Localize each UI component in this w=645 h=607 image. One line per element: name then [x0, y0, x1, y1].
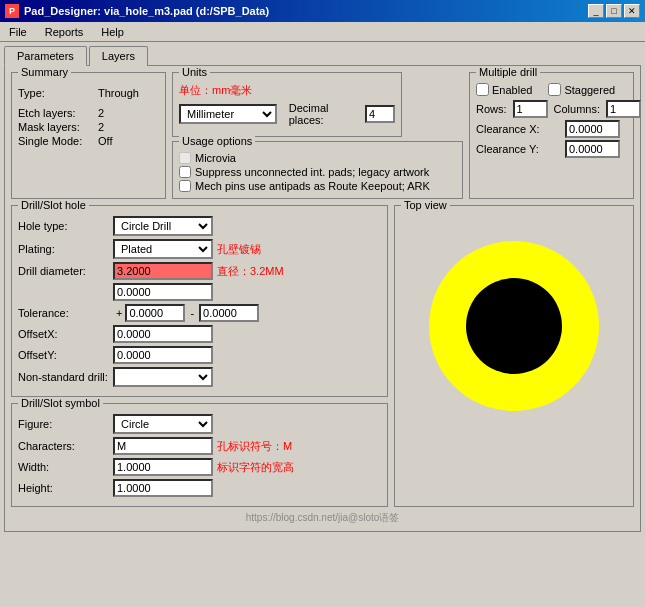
window-title: Pad_Designer: via_hole_m3.pad (d:/SPB_Da…: [24, 5, 269, 17]
tab-bar: Parameters Layers: [4, 46, 641, 66]
drill-dia-label: Drill diameter:: [18, 265, 113, 277]
etch-value: 2: [98, 107, 104, 119]
width-annotation: 标识字符的宽高: [217, 460, 294, 475]
plating-annotation: 孔壁镀锡: [217, 242, 261, 257]
units-title: Units: [179, 66, 210, 78]
menu-file[interactable]: File: [5, 25, 31, 39]
tolerance-neg-input[interactable]: [199, 304, 259, 322]
hole-type-select[interactable]: Circle Drill: [113, 216, 213, 236]
rows-input[interactable]: [513, 100, 548, 118]
secondary-dia-input[interactable]: [113, 283, 213, 301]
width-label: Width:: [18, 461, 113, 473]
mask-label: Mask layers:: [18, 121, 98, 133]
offset-y-label: OffsetY:: [18, 349, 113, 361]
menu-help[interactable]: Help: [97, 25, 128, 39]
figure-label: Figure:: [18, 418, 113, 430]
non-std-label: Non-standard drill:: [18, 371, 113, 383]
multiple-drill-title: Multiple drill: [476, 66, 540, 78]
hole-type-label: Hole type:: [18, 220, 113, 232]
menu-reports[interactable]: Reports: [41, 25, 88, 39]
single-value: Off: [98, 135, 112, 147]
top-view-title: Top view: [401, 199, 450, 211]
drill-symbol-group: Drill/Slot symbol Figure: Circle Charact…: [11, 403, 388, 507]
drill-slot-group: Drill/Slot hole Hole type: Circle Drill …: [11, 205, 388, 397]
clearance-y-input[interactable]: [565, 140, 620, 158]
tab-layers[interactable]: Layers: [89, 46, 148, 66]
etch-label: Etch layers:: [18, 107, 98, 119]
tolerance-label: Tolerance:: [18, 307, 113, 319]
offset-x-label: OffsetX:: [18, 328, 113, 340]
clearance-y-label: Clearance Y:: [476, 143, 561, 155]
pad-svg: [414, 226, 614, 426]
rows-label: Rows:: [476, 103, 507, 115]
suppress-checkbox[interactable]: [179, 166, 191, 178]
drill-dia-annotation: 直径：3.2MM: [217, 264, 284, 279]
decimal-input[interactable]: [365, 105, 395, 123]
close-button[interactable]: ✕: [624, 4, 640, 18]
height-input[interactable]: [113, 479, 213, 497]
units-group: Units 单位：mm毫米 Millimeter Decimal places:: [172, 72, 402, 137]
width-input[interactable]: [113, 458, 213, 476]
plating-label: Plating:: [18, 243, 113, 255]
type-value: Through: [98, 87, 139, 99]
tolerance-plus: +: [116, 307, 122, 319]
usage-options-title: Usage options: [179, 135, 255, 147]
height-label: Height:: [18, 482, 113, 494]
maximize-button[interactable]: □: [606, 4, 622, 18]
characters-input[interactable]: [113, 437, 213, 455]
offset-y-input[interactable]: [113, 346, 213, 364]
suppress-label: Suppress unconnected int. pads; legacy a…: [195, 166, 429, 178]
cols-label: Columns:: [554, 103, 600, 115]
main-window: Parameters Layers Summary Type: Through …: [0, 42, 645, 536]
drill-slot-title: Drill/Slot hole: [18, 199, 89, 211]
single-label: Single Mode:: [18, 135, 98, 147]
menu-bar: File Reports Help: [0, 22, 645, 42]
enabled-checkbox[interactable]: [476, 83, 489, 96]
mech-checkbox[interactable]: [179, 180, 191, 192]
pad-preview: [414, 226, 614, 426]
clearance-x-label: Clearance X:: [476, 123, 561, 135]
microvia-label: Microvia: [195, 152, 236, 164]
characters-annotation: 孔标识符号：M: [217, 439, 292, 454]
app-icon: P: [5, 4, 19, 18]
type-label: Type:: [18, 87, 98, 99]
characters-label: Characters:: [18, 440, 113, 452]
tolerance-pos-input[interactable]: [125, 304, 185, 322]
enabled-label: Enabled: [492, 84, 532, 96]
mask-value: 2: [98, 121, 104, 133]
staggered-checkbox[interactable]: [548, 83, 561, 96]
minimize-button[interactable]: _: [588, 4, 604, 18]
microvia-checkbox[interactable]: [179, 152, 191, 164]
mech-label: Mech pins use antipads as Route Keepout;…: [195, 180, 430, 192]
content-area: Summary Type: Through Etch layers: 2 Mas…: [4, 65, 641, 532]
units-annotation: 单位：mm毫米: [179, 83, 252, 98]
drill-dia-input[interactable]: [113, 262, 213, 280]
usage-options-group: Usage options Microvia Suppress unconnec…: [172, 141, 463, 199]
top-view-group: Top view: [394, 205, 634, 507]
watermark: https://blog.csdn.net/jia@sloto语签: [11, 511, 634, 525]
offset-x-input[interactable]: [113, 325, 213, 343]
figure-select[interactable]: Circle: [113, 414, 213, 434]
decimal-label: Decimal places:: [289, 102, 357, 126]
summary-title: Summary: [18, 66, 71, 78]
plating-select[interactable]: Plated: [113, 239, 213, 259]
window-controls: _ □ ✕: [588, 4, 640, 18]
cols-input[interactable]: [606, 100, 641, 118]
tab-parameters[interactable]: Parameters: [4, 46, 87, 66]
drill-symbol-title: Drill/Slot symbol: [18, 397, 103, 409]
title-bar: P Pad_Designer: via_hole_m3.pad (d:/SPB_…: [0, 0, 645, 22]
non-std-select[interactable]: [113, 367, 213, 387]
multiple-drill-group: Multiple drill Enabled Staggered Rows:: [469, 72, 634, 199]
tolerance-neg: -: [190, 307, 194, 319]
units-select[interactable]: Millimeter: [179, 104, 277, 124]
summary-group: Summary Type: Through Etch layers: 2 Mas…: [11, 72, 166, 199]
clearance-x-input[interactable]: [565, 120, 620, 138]
staggered-label: Staggered: [564, 84, 615, 96]
